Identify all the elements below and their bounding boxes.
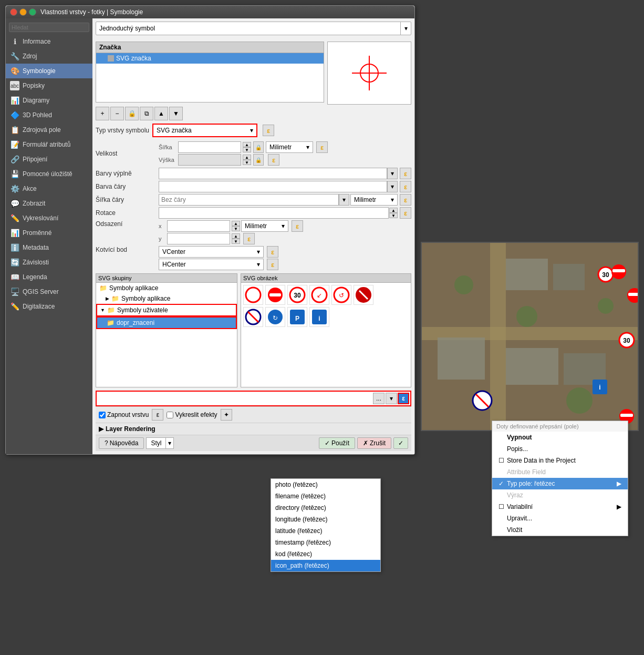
anchor-h-expr-btn[interactable]: ε [267,259,278,270]
symbol-type-dropdown[interactable]: Jednoduchý symbol ▾ [96,22,411,35]
stroke-expr-btn[interactable]: ε [400,181,411,192]
close-button[interactable] [10,8,17,16]
height-down[interactable]: ▼ [243,160,251,165]
offset-y-down[interactable]: ▼ [232,239,240,244]
context-menu-upravit[interactable]: Upravit... [492,513,628,524]
cancel-button[interactable]: ✗ Zrušit [357,437,391,449]
sidebar-item-metadata[interactable]: ℹ️ Metadata [6,240,92,255]
filepath-browse-btn[interactable]: ... [373,393,385,404]
fields-item-latitude[interactable]: latitude (řetězec) [271,525,380,537]
sidebar-item-pripojeni[interactable]: 🔗 Připojení [6,152,92,167]
enable-layer-checkbox[interactable] [99,412,106,418]
width-expr-btn[interactable]: ε [316,141,328,153]
sidebar-item-diagramy[interactable]: 📊 Diagramy [6,93,92,108]
ok-button[interactable]: ✓ [393,437,408,449]
fields-item-longitude[interactable]: longitude (řetězec) [271,514,380,525]
minimize-button[interactable] [19,8,27,16]
height-input[interactable]: 8.000000 [178,154,241,166]
sidebar-item-zdroj[interactable]: 🔧 Zdroj [6,49,92,64]
sidebar-item-legenda[interactable]: 📖 Legenda [6,270,92,284]
apply-button[interactable]: ✓ Použít [319,437,355,449]
width-unit-combo[interactable]: Milimetr ▾ [266,141,313,153]
svg-icon-2[interactable] [265,285,285,305]
sidebar-item-symbologie[interactable]: 🎨 Symbologie [6,64,92,78]
draw-effects-btn[interactable]: ✦ [221,409,232,421]
offset-y-input[interactable]: 0.000000 [167,233,230,244]
stroke-width-input[interactable] [159,194,339,206]
context-menu-typ-pole[interactable]: ✓ Typ pole: řetězec ▶ [492,478,628,489]
sidebar-item-zdrojova-pole[interactable]: 📋 Zdrojová pole [6,122,92,137]
width-up[interactable]: ▲ [243,142,251,147]
height-up[interactable]: ▲ [243,155,251,160]
context-menu-variabilni[interactable]: ☐ Variabilní ▶ [492,501,628,513]
sidebar-item-promenne[interactable]: 📊 Proměnné [6,226,92,240]
svg-tree-item-0[interactable]: 📁 Symboly aplikace [96,283,237,293]
filepath-expr-btn[interactable]: ε [398,393,409,404]
stroke-width-expr-btn[interactable]: ε [400,194,411,206]
width-lock[interactable]: 🔒 [253,141,264,153]
rotation-up[interactable]: ▲ [389,208,398,213]
sidebar-item-zobrazit[interactable]: 💬 Zobrazit [6,196,92,211]
stroke-width-arrow[interactable]: ▾ [339,194,349,206]
stroke-color-input[interactable] [159,181,387,192]
sidebar-search-input[interactable] [9,23,89,32]
offset-x-down[interactable]: ▼ [232,226,240,231]
svg-icon-3[interactable]: 30 [287,285,307,305]
svg-icon-1[interactable] [243,285,263,305]
sidebar-item-akce[interactable]: ⚙️ Akce [6,181,92,196]
sidebar-item-qgis-server[interactable]: 🖥️ QGIS Server [6,284,92,299]
height-lock[interactable]: 🔒 [253,154,264,166]
stroke-color-arrow[interactable]: ▾ [387,181,398,192]
svg-icon-9[interactable]: P [287,307,307,327]
sidebar-item-vykreslovani[interactable]: ✏️ Vykreslování [6,211,92,226]
width-down[interactable]: ▼ [243,147,251,152]
draw-effects-check[interactable]: Vykreslit efekty [167,411,217,418]
sidebar-item-zavislosti[interactable]: 🔄 Závislosti [6,255,92,270]
sidebar-item-informace[interactable]: ℹ Informace [6,34,92,49]
fields-item-timestamp[interactable]: timestamp (řetězec) [271,537,380,548]
anchor-h-combo[interactable]: HCenter ▾ [159,259,264,270]
svg-icon-7[interactable] [243,307,263,327]
fill-color-input[interactable] [159,168,387,179]
fields-item-kod[interactable]: kod (řetězec) [271,548,380,560]
svg-tree-item-3[interactable]: 📁 dopr_znaceni [96,316,237,329]
filepath-dropdown-btn[interactable]: ▾ [386,393,397,404]
rotation-down[interactable]: ▼ [389,213,398,218]
sidebar-item-popisky[interactable]: abc Popisky [6,78,92,93]
stroke-unit-combo[interactable]: Milimetr ▾ [350,194,398,206]
rotation-expr-btn[interactable]: ε [400,207,411,219]
svg-icon-6[interactable] [354,285,373,305]
duplicate-layer-button[interactable]: ⧉ [140,107,153,120]
context-menu-store[interactable]: ☐ Store Data in the Project [492,455,628,466]
svg-tree-item-2[interactable]: ▼ 📁 Symboly uživatele [96,304,237,316]
anchor-v-combo[interactable]: VCenter ▾ [159,246,264,258]
offset-unit-combo[interactable]: Milimetr ▾ [241,220,288,232]
offset-x-input[interactable]: 0.000000 [167,220,230,232]
fields-item-filename[interactable]: filename (řetězec) [271,490,380,502]
lock-layer-button[interactable]: 🔒 [125,107,139,120]
svg-icon-10[interactable]: i [309,307,329,327]
sidebar-item-digitalizace[interactable]: ✏️ Digitalizace [6,299,92,314]
offset-y-up[interactable]: ▲ [232,233,240,239]
add-layer-button[interactable]: + [96,107,109,120]
sidebar-item-formular[interactable]: 📝 Formulář atributů [6,137,92,152]
symbol-tree-item-svg[interactable]: SVG značka [96,53,324,64]
layer-rendering-header[interactable]: ▶ Layer Rendering [99,425,408,433]
fields-item-directory[interactable]: directory (řetězec) [271,502,380,514]
svg-icon-4[interactable]: ↙ [309,285,329,305]
move-down-button[interactable]: ▼ [169,107,183,120]
layer-type-expr-btn[interactable]: ε [263,125,274,136]
offset-y-expr-btn[interactable]: ε [243,233,255,244]
enable-layer-check[interactable]: Zapnout vrstvu [99,411,149,418]
fields-item-icon-path[interactable]: icon_path (řetězec) [271,560,380,571]
sidebar-item-pomocne[interactable]: 💾 Pomocné úložiště [6,167,92,181]
fill-color-arrow[interactable]: ▾ [387,168,398,179]
fill-expr-btn[interactable]: ε [400,168,411,179]
anchor-v-expr-btn[interactable]: ε [267,246,278,258]
svg-tree-item-1[interactable]: ▶ 📁 Symboly aplikace [96,293,237,304]
sidebar-item-3d[interactable]: 🔷 3D Pohled [6,108,92,122]
height-expr-btn[interactable]: ε [268,154,279,166]
remove-layer-button[interactable]: − [110,107,124,120]
offset-x-expr-btn[interactable]: ε [292,220,303,232]
maximize-button[interactable] [29,8,36,16]
